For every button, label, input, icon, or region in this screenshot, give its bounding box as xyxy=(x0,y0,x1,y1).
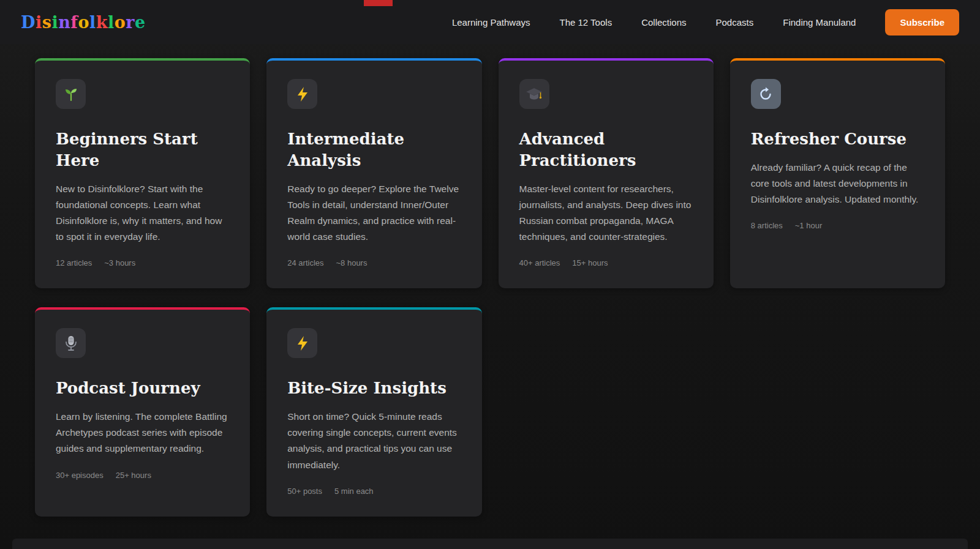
card-meta: 30+ episodes 25+ hours xyxy=(56,471,229,480)
site-header: Disinfolklore Learning Pathways The 12 T… xyxy=(0,0,980,44)
card-description: Master-level content for researchers, jo… xyxy=(519,181,693,245)
card-description: Already familiar? A quick recap of the c… xyxy=(751,160,924,207)
subscribe-button[interactable]: Subscribe xyxy=(885,9,959,35)
card-meta: 50+ posts 5 min each xyxy=(287,487,461,496)
card-meta: 12 articles ~3 hours xyxy=(56,258,229,267)
meta-count: 30+ episodes xyxy=(56,471,104,480)
card-meta: 40+ articles 15+ hours xyxy=(519,258,693,267)
nav-item-finding-manuland[interactable]: Finding Manuland xyxy=(783,17,856,28)
card-title: Podcast Journey xyxy=(56,378,229,399)
card-title: Intermediate Analysis xyxy=(287,129,461,171)
card-description: Short on time? Quick 5-minute reads cove… xyxy=(287,409,461,472)
meta-duration: ~3 hours xyxy=(104,258,135,267)
lightning-icon xyxy=(295,335,310,351)
icon-tile xyxy=(56,79,86,109)
card-meta: 8 articles ~1 hour xyxy=(751,221,924,230)
pathway-grid: Beginners Start Here New to Disinfolklor… xyxy=(0,44,980,517)
main-nav: Learning Pathways The 12 Tools Collectio… xyxy=(452,9,959,35)
pathway-card-bite-size[interactable]: Bite-Size Insights Short on time? Quick … xyxy=(266,307,481,516)
meta-count: 12 articles xyxy=(56,258,92,267)
top-red-strip xyxy=(364,0,393,6)
graduation-cap-icon xyxy=(526,87,543,102)
meta-count: 8 articles xyxy=(751,221,783,230)
icon-tile xyxy=(287,328,317,358)
pathway-card-podcast[interactable]: Podcast Journey Learn by listening. The … xyxy=(35,307,250,516)
meta-duration: ~1 hour xyxy=(795,221,822,230)
card-description: Ready to go deeper? Explore the Twelve T… xyxy=(287,181,461,245)
icon-tile xyxy=(751,79,781,109)
icon-tile xyxy=(287,79,317,109)
meta-count: 24 articles xyxy=(287,258,323,267)
card-meta: 24 articles ~8 hours xyxy=(287,258,461,267)
meta-duration: ~8 hours xyxy=(336,258,368,267)
next-section-edge xyxy=(12,539,968,549)
pathway-card-beginners[interactable]: Beginners Start Here New to Disinfolklor… xyxy=(35,58,250,288)
nav-item-learning-pathways[interactable]: Learning Pathways xyxy=(452,17,530,28)
nav-item-the-12-tools[interactable]: The 12 Tools xyxy=(560,17,612,28)
pathway-card-refresher[interactable]: Refresher Course Already familiar? A qui… xyxy=(730,58,945,288)
nav-item-collections[interactable]: Collections xyxy=(641,17,686,28)
card-description: New to Disinfolklore? Start with the fou… xyxy=(56,181,229,245)
nav-item-podcasts[interactable]: Podcasts xyxy=(716,17,754,28)
meta-count: 40+ articles xyxy=(519,258,560,267)
card-title: Refresher Course xyxy=(751,129,924,150)
seedling-icon xyxy=(63,86,79,102)
meta-duration: 15+ hours xyxy=(572,258,608,267)
icon-tile xyxy=(519,79,549,109)
meta-duration: 25+ hours xyxy=(116,471,151,480)
pathway-card-advanced[interactable]: Advanced Practitioners Master-level cont… xyxy=(499,58,714,288)
meta-duration: 5 min each xyxy=(334,487,374,496)
microphone-icon xyxy=(64,335,78,351)
card-title: Beginners Start Here xyxy=(56,129,229,171)
pathway-card-intermediate[interactable]: Intermediate Analysis Ready to go deeper… xyxy=(266,58,481,288)
card-title: Bite-Size Insights xyxy=(287,378,461,399)
lightning-icon xyxy=(295,86,310,102)
icon-tile xyxy=(56,328,86,358)
logo[interactable]: Disinfolklore xyxy=(21,13,146,32)
meta-count: 50+ posts xyxy=(287,487,322,496)
refresh-icon xyxy=(758,87,773,102)
card-description: Learn by listening. The complete Battlin… xyxy=(56,409,229,457)
card-title: Advanced Practitioners xyxy=(519,129,693,171)
